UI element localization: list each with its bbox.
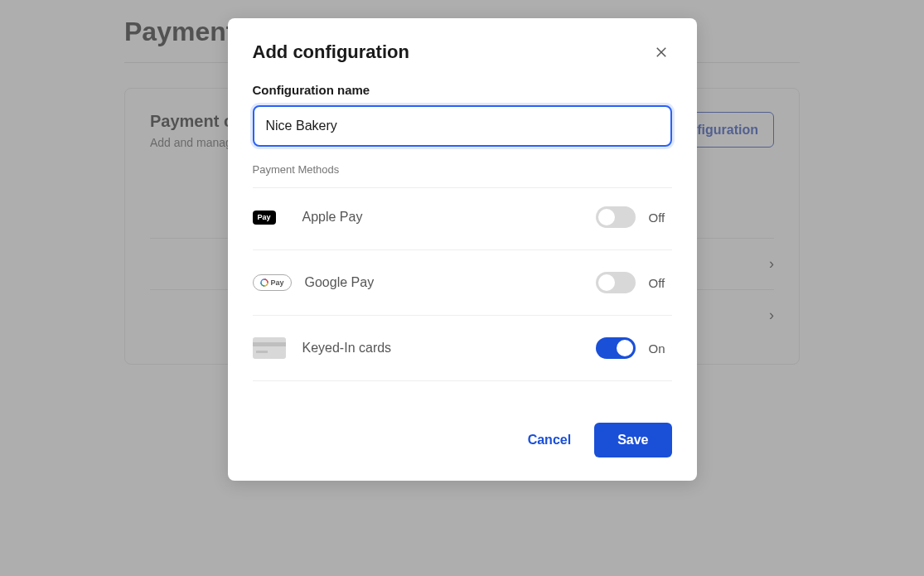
keyed-in-toggle[interactable] [596, 337, 636, 359]
config-name-label: Configuration name [253, 83, 672, 97]
modal-title: Add configuration [253, 41, 409, 63]
close-button[interactable] [651, 41, 672, 63]
toggle-state-label: On [649, 341, 672, 356]
close-icon [654, 45, 669, 60]
payment-method-name: Apple Pay [302, 210, 583, 225]
toggle-state-label: Off [649, 276, 672, 290]
svg-rect-5 [253, 342, 286, 346]
svg-rect-4 [253, 337, 286, 359]
google-pay-toggle[interactable] [596, 272, 636, 293]
card-icon [253, 337, 286, 359]
save-button[interactable]: Save [594, 423, 671, 457]
payment-methods-label: Payment Methods [253, 163, 672, 176]
payment-methods-list: Pay Apple Pay Off Pay Google Pay [253, 187, 672, 381]
payment-method-row-keyed-in: Keyed-In cards On [253, 316, 672, 381]
config-name-input[interactable] [253, 105, 672, 147]
cancel-button[interactable]: Cancel [525, 423, 574, 457]
svg-rect-6 [256, 351, 268, 353]
toggle-state-label: Off [649, 211, 672, 225]
apple-pay-icon: Pay [253, 211, 276, 225]
payment-method-name: Keyed-In cards [302, 341, 583, 356]
payment-method-row-apple-pay: Pay Apple Pay Off [253, 188, 672, 250]
payment-method-row-google-pay: Pay Google Pay Off [253, 250, 672, 316]
add-configuration-modal: Add configuration Configuration name Pay… [228, 18, 697, 481]
google-pay-icon: Pay [253, 274, 292, 291]
payment-method-name: Google Pay [305, 275, 583, 290]
apple-pay-toggle[interactable] [596, 206, 636, 228]
